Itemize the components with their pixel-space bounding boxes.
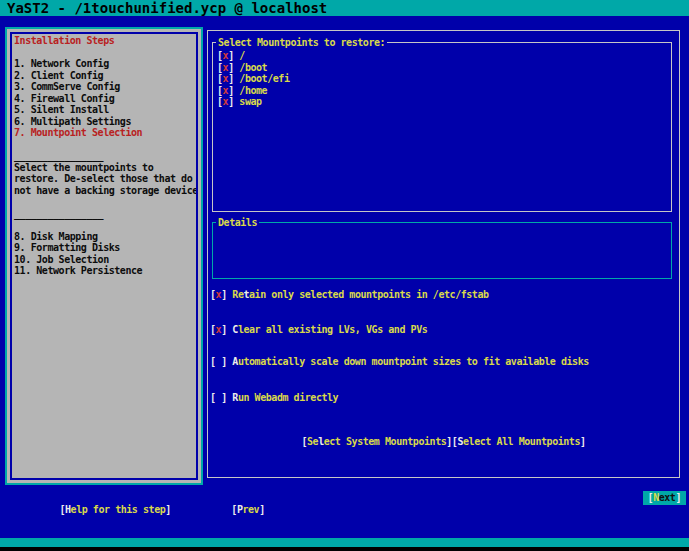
details-box: Details bbox=[212, 222, 672, 279]
option-checkbox-auto-scale[interactable]: [ ] Automatically scale down mountpoint … bbox=[210, 356, 589, 367]
mountpoint-checkbox-bootefi[interactable]: [x] /boot/efi bbox=[217, 73, 289, 85]
checkbox-bracket: ] bbox=[221, 392, 227, 403]
installation-step-line: Select the mountpoints to bbox=[14, 162, 194, 174]
checkbox-bracket: ] bbox=[228, 96, 234, 107]
checkbox-bracket: ] bbox=[221, 356, 227, 367]
help-button-area: [Help for this step] bbox=[5, 493, 203, 526]
window-title: YaST2 - /1touchunified.ycp @ localhost bbox=[7, 0, 327, 16]
checkbox-bracket: ] bbox=[228, 62, 234, 73]
mountpoint-label: /boot/efi bbox=[239, 73, 289, 84]
installation-step-line: restore. De-select those that do bbox=[14, 173, 194, 185]
mountpoint-checkbox-home[interactable]: [x] /home bbox=[217, 85, 289, 97]
mountpoint-label: swap bbox=[239, 96, 261, 107]
mountpoint-select-box: Select Mountpoints to restore: [x] /[x] … bbox=[212, 42, 672, 212]
option-checkbox-retain-fstab[interactable]: [x] Retain only selected mountpoints in … bbox=[210, 289, 489, 300]
blank-line bbox=[14, 196, 194, 208]
mountpoint-label: / bbox=[239, 50, 245, 61]
mountpoint-label: /boot bbox=[239, 62, 267, 73]
mountpoint-selection-panel: Select Mountpoints to restore: [x] /[x] … bbox=[207, 30, 680, 478]
installation-step-line: 4. Firewall Config bbox=[14, 93, 194, 105]
blank-line bbox=[14, 139, 194, 151]
installation-step-line: not have a backing storage device bbox=[14, 185, 194, 197]
mountpoint-box-title: Select Mountpoints to restore: bbox=[216, 37, 387, 48]
blank-line bbox=[14, 219, 194, 231]
checkbox-bracket: ] bbox=[228, 50, 234, 61]
prev-button[interactable]: [Prev] bbox=[231, 504, 264, 515]
installation-step-line: 6. Multipath Settings bbox=[14, 116, 194, 128]
installation-step-line: 11. Network Persistence bbox=[14, 265, 194, 277]
mountpoint-checkbox-swap[interactable]: [x] swap bbox=[217, 96, 289, 108]
mountpoint-checkbox-boot[interactable]: [x] /boot bbox=[217, 62, 289, 74]
action-buttons-row: [Select System Mountpoints][Select All M… bbox=[208, 436, 679, 447]
help-button[interactable]: [Help for this step] bbox=[59, 504, 170, 515]
next-button[interactable]: [Next] bbox=[643, 491, 686, 505]
yast2-terminal-screen: YaST2 - /1touchunified.ycp @ localhost I… bbox=[0, 0, 689, 551]
installation-step-line: 1. Network Config bbox=[14, 58, 194, 70]
select-system-mountpoints-button[interactable]: [Select System Mountpoints] bbox=[301, 436, 451, 447]
bottom-status-bar bbox=[0, 538, 689, 547]
installation-step-line: 9. Formatting Disks bbox=[14, 242, 194, 254]
installation-step-line: 2. Client Config bbox=[14, 70, 194, 82]
option-checkbox-clear-lvm[interactable]: [x] Clear all existing LVs, VGs and PVs bbox=[210, 324, 427, 335]
installation-step-line: 3. CommServe Config bbox=[14, 81, 194, 93]
details-box-title: Details bbox=[216, 217, 259, 228]
blank-line bbox=[14, 47, 194, 59]
select-all-mountpoints-button[interactable]: [Select All Mountpoints] bbox=[452, 436, 586, 447]
bottom-edge bbox=[0, 547, 689, 551]
installation-step-line: 5. Silent Install bbox=[14, 104, 194, 116]
mountpoint-checkbox-root[interactable]: [x] / bbox=[217, 50, 289, 62]
mountpoint-label: /home bbox=[239, 85, 267, 96]
installation-step-line: 10. Job Selection bbox=[14, 254, 194, 266]
checkbox-bracket: ] bbox=[228, 73, 234, 84]
title-bar: YaST2 - /1touchunified.ycp @ localhost bbox=[0, 0, 689, 16]
prev-button-area: [Prev] bbox=[209, 493, 265, 526]
checkbox-bracket: ] bbox=[221, 289, 227, 300]
installation-steps-list: Installation Steps 1. Network Config2. C… bbox=[10, 32, 198, 480]
installation-step-line: ________________ bbox=[14, 208, 194, 220]
installation-step-line: Installation Steps bbox=[14, 35, 194, 47]
checkbox-bracket: ] bbox=[221, 324, 227, 335]
option-checkbox-run-webadm[interactable]: [ ] Run Webadm directly bbox=[210, 392, 338, 403]
checkbox-bracket: ] bbox=[228, 85, 234, 96]
installation-step-line: 7. Mountpoint Selection bbox=[14, 127, 194, 139]
installation-step-line: 8. Disk Mapping bbox=[14, 231, 194, 243]
mountpoint-list: [x] /[x] /boot[x] /boot/efi[x] /home[x] … bbox=[217, 50, 289, 108]
installation-steps-panel: Installation Steps 1. Network Config2. C… bbox=[5, 27, 203, 485]
installation-step-line: ________________ bbox=[14, 150, 194, 162]
